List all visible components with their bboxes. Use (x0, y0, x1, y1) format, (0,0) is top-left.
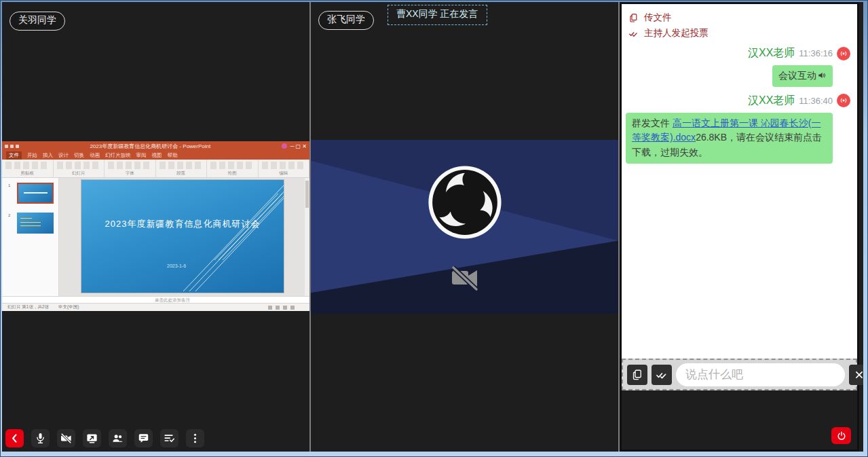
ppt-titlebar: 2023年度新疆教育信息化商机研讨会 - PowerPoint ─ ▢ ✕ (2, 141, 309, 151)
ppt-tab[interactable]: 切换 (74, 152, 84, 159)
chat-input-bar (622, 359, 857, 390)
microphone-icon (34, 432, 47, 445)
meeting-app: 关羽同学 2023年度新疆教育信息化商机研讨会 - PowerPoint ─ ▢… (2, 2, 863, 452)
ppt-status-slide-count: 幻灯片 第1张，共2张 (7, 304, 49, 310)
message-bubble: 会议互动 (772, 65, 833, 87)
vote-check-icon (628, 29, 639, 39)
slide-thumbnail-1[interactable] (17, 183, 54, 204)
participant-name-tag: 张飞同学 (318, 11, 374, 30)
ppt-tab[interactable]: 幻灯片放映 (105, 152, 131, 159)
ppt-account-avatar (282, 143, 287, 149)
vote-button[interactable] (652, 365, 672, 385)
participants-button[interactable] (109, 429, 127, 447)
ppt-status-language: 中文(中国) (58, 304, 79, 310)
ppt-ribbon-group: 段落 (156, 160, 208, 177)
ppt-tab[interactable]: 帮助 (168, 152, 178, 159)
ppt-ribbon-groups: 剪贴板幻灯片字体段落绘图编辑 (2, 160, 309, 178)
ppt-tab[interactable]: 文件 (6, 151, 22, 160)
ppt-tab[interactable]: 动画 (90, 152, 100, 159)
ppt-tab[interactable]: 视图 (152, 152, 162, 159)
message-sender: 汉XX老师 (748, 46, 795, 60)
meeting-toolbar (5, 429, 204, 447)
bubble-text: 群发文件 (632, 117, 673, 128)
notice-label: 主持人发起投票 (644, 27, 709, 39)
message-time: 11:36:16 (799, 48, 833, 58)
back-button[interactable] (5, 429, 24, 447)
meeting-app-window: 关羽同学 2023年度新疆教育信息化商机研讨会 - PowerPoint ─ ▢… (0, 0, 868, 457)
close-chat-button[interactable] (849, 365, 863, 385)
close-icon (853, 369, 863, 381)
chat-bubble-icon (137, 432, 150, 445)
broadcast-icon (839, 49, 848, 58)
checklist-icon (163, 432, 176, 445)
file-transfer-icon (628, 13, 639, 23)
power-icon (836, 431, 847, 441)
chat-button[interactable] (134, 429, 153, 447)
ppt-ribbon-group: 字体 (105, 160, 156, 177)
participant-name-tag: 关羽同学 (10, 12, 65, 31)
more-vertical-icon (189, 432, 202, 445)
slide-thumbnail-2[interactable] (17, 213, 54, 234)
screen-share-button[interactable] (83, 429, 101, 447)
end-meeting-button[interactable] (831, 427, 851, 444)
panel-divider (309, 2, 311, 452)
ppt-view-zoom-controls[interactable] (268, 306, 295, 310)
file-transfer-icon (631, 369, 643, 381)
ppt-notes-placeholder[interactable]: 单击此处添加备注 (2, 296, 309, 303)
chat-panel: 传文件 主持人发起投票 汉XX老师 11:36:16 (620, 2, 859, 452)
ppt-ribbon-group: 绘图 (207, 160, 259, 177)
send-file-button[interactable] (627, 365, 647, 385)
notice-label: 传文件 (644, 12, 672, 24)
chat-message: 汉XX老师 11:36:40 群发文件 高一语文上册第一课 沁园春长沙(一等奖教… (626, 94, 853, 164)
ppt-ribbon-group: 剪贴板 (2, 160, 54, 177)
ppt-quick-access-icons (5, 145, 19, 148)
shared-screen-powerpoint: 2023年度新疆教育信息化商机研讨会 - PowerPoint ─ ▢ ✕ 文件… (2, 141, 309, 311)
speaker-icon (817, 71, 827, 80)
more-button[interactable] (186, 429, 204, 447)
participants-icon (111, 432, 124, 445)
ppt-ribbon-tabs[interactable]: 文件开始插入设计切换动画幻灯片放映审阅视图帮助 (2, 151, 309, 160)
message-sender: 汉XX老师 (748, 94, 795, 108)
bubble-text: 会议互动 (778, 70, 816, 81)
notice-file-transfer[interactable]: 传文件 (628, 12, 853, 24)
message-bubble: 群发文件 高一语文上册第一课 沁园春长沙(一等奖教案).docx26.8KB，请… (626, 113, 833, 164)
ppt-tab[interactable]: 开始 (27, 152, 37, 159)
screen-share-icon (86, 432, 98, 445)
ppt-tab[interactable]: 设计 (58, 152, 69, 159)
ppt-thumbnail-pane: 1 2 (2, 178, 59, 296)
participant-video-obs (311, 140, 618, 314)
thumb-number: 2 (8, 213, 10, 217)
ppt-status-bar: 幻灯片 第1张，共2张 中文(中国) (2, 303, 309, 311)
ppt-ribbon-group: 幻灯片 (54, 160, 105, 177)
camera-off-icon (60, 432, 73, 445)
live-broadcast-badge (837, 94, 850, 107)
slide-date: 2023-1-6 (81, 263, 271, 268)
panel-divider (618, 2, 620, 452)
camera-off-icon (449, 264, 480, 293)
camera-off-button[interactable] (57, 429, 75, 447)
ppt-ribbon-group: 编辑 (259, 160, 310, 177)
active-speaker-notice: 曹XX同学 正在发言 (388, 5, 487, 25)
chevron-left-icon (8, 432, 21, 445)
thumb-number: 1 (8, 183, 10, 187)
slide-line-decor (81, 180, 284, 293)
ppt-tab[interactable]: 插入 (43, 152, 53, 159)
ppt-scrollbar[interactable] (305, 178, 309, 296)
chat-message-input[interactable] (676, 363, 845, 386)
live-broadcast-badge (837, 47, 850, 60)
ppt-tab[interactable]: 审阅 (136, 152, 147, 159)
checklist-button[interactable] (160, 429, 178, 447)
ppt-slide-canvas: 2023年度新疆教育信息化商机研讨会 2023-1-6 (59, 178, 309, 296)
broadcast-icon (839, 96, 848, 105)
chat-message: 汉XX老师 11:36:16 会议互动 (626, 46, 853, 87)
chat-message-list: 传文件 主持人发起投票 汉XX老师 11:36:16 (622, 4, 857, 359)
notice-host-vote[interactable]: 主持人发起投票 (628, 27, 853, 39)
obs-logo-icon (426, 164, 504, 241)
ppt-window-title: 2023年度新疆教育信息化商机研讨会 - PowerPoint (19, 143, 282, 150)
ppt-window-controls[interactable]: ─ ▢ ✕ (290, 143, 307, 149)
slide-title: 2023年度新疆教育信息化商机研讨会 (81, 218, 284, 230)
microphone-button[interactable] (31, 429, 50, 447)
message-time: 11:36:40 (799, 96, 833, 106)
ppt-slide: 2023年度新疆教育信息化商机研讨会 2023-1-6 (81, 180, 284, 293)
chat-footer (622, 390, 857, 450)
